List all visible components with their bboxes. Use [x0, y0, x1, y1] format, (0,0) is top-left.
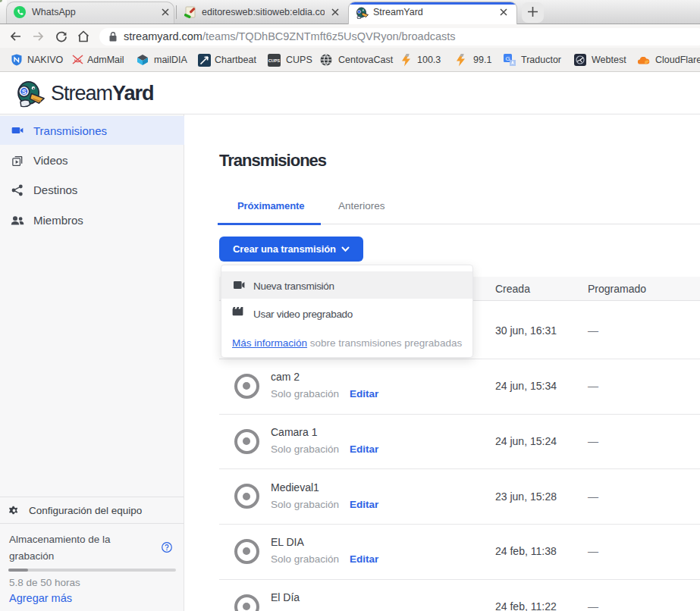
svg-text:S: S [22, 88, 27, 96]
svg-text:G: G [505, 55, 510, 62]
svg-text:CUPS: CUPS [268, 58, 281, 63]
